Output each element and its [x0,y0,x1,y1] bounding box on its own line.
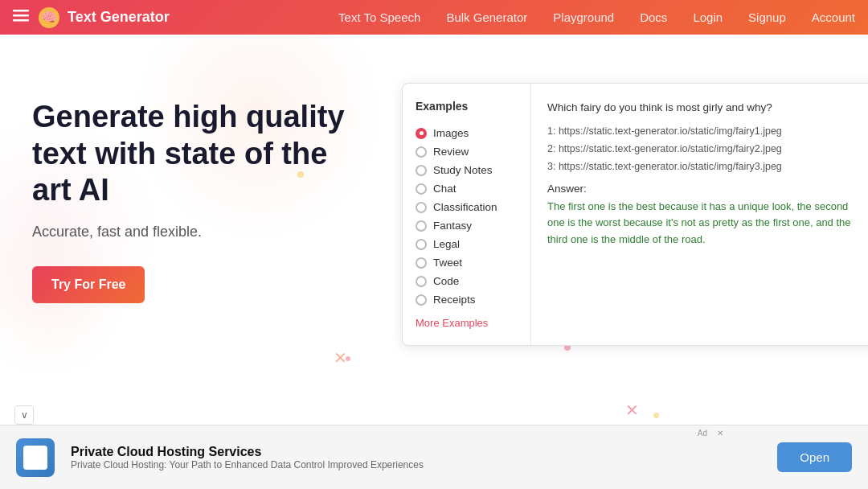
ad-logo [16,438,55,477]
hero-section: ✕ ✕ Generate high quality text with stat… [0,35,868,429]
nav-playground[interactable]: Playground [553,10,614,24]
nav-signup[interactable]: Signup [748,10,786,24]
examples-section-title: Examples [416,100,518,113]
navbar-links: Text To Speech Bulk Generator Playground… [338,10,855,24]
example-item-images[interactable]: Images [416,124,518,142]
examples-content-area: Which fairy do you think is most girly a… [531,84,868,345]
try-for-free-button[interactable]: Try For Free [32,266,145,303]
radio-code [416,276,427,287]
brain-icon: 🧠 [37,6,61,30]
example-item-receipts[interactable]: Receipts [416,290,518,309]
ad-open-button[interactable]: Open [777,442,852,472]
nav-docs[interactable]: Docs [640,10,667,24]
nav-account[interactable]: Account [812,10,855,24]
svg-rect-1 [13,14,29,17]
hero-title: Generate high quality text with state of… [32,99,370,209]
svg-rect-2 [13,19,29,22]
ad-content: Private Cloud Hosting Services Private C… [16,438,852,477]
examples-sidebar: Examples Images Review Study Notes Chat [403,84,531,345]
navbar: 🧠 Text Generator Text To Speech Bulk Gen… [0,0,868,35]
ad-text-area: Private Cloud Hosting Services Private C… [71,445,761,471]
example-item-classification[interactable]: Classification [416,198,518,216]
svg-rect-0 [13,10,29,12]
radio-legal [416,239,427,250]
hero-subtitle: Accurate, fast and flexible. [32,224,370,240]
radio-chat [416,183,427,195]
hero-content: Generate high quality text with state of… [32,83,836,346]
examples-card: Examples Images Review Study Notes Chat [402,83,868,346]
example-item-chat[interactable]: Chat [416,179,518,198]
ad-banner: Ad ✕ Private Cloud Hosting Services Priv… [0,425,868,489]
radio-receipts [416,294,427,306]
examples-answer-text: The first one is the best because it has… [547,199,867,249]
radio-images [416,128,427,139]
radio-study-notes [416,165,427,176]
hero-left: Generate high quality text with state of… [32,83,370,303]
nav-bulk-generator[interactable]: Bulk Generator [446,10,527,24]
example-item-tweet[interactable]: Tweet [416,253,518,272]
examples-url-2: 2: https://static.text-generator.io/stat… [547,142,867,157]
ad-title: Private Cloud Hosting Services [71,445,761,459]
svg-text:🧠: 🧠 [41,10,57,25]
example-item-fantasy[interactable]: Fantasy [416,216,518,235]
radio-classification [416,202,427,213]
more-examples-link[interactable]: More Examples [416,317,518,329]
examples-url-3: 3: https://static.text-generator.io/stat… [547,159,867,175]
radio-review [416,146,427,158]
examples-answer-label: Answer: [547,183,867,195]
example-item-code[interactable]: Code [416,272,518,290]
ad-close-button[interactable]: ✕ [717,429,723,438]
examples-question: Which fairy do you think is most girly a… [547,100,867,116]
example-item-legal[interactable]: Legal [416,235,518,253]
nav-login[interactable]: Login [693,10,723,24]
hamburger-icon[interactable] [13,7,29,27]
brand-logo[interactable]: 🧠 Text Generator [37,6,170,30]
ad-subtitle: Private Cloud Hosting: Your Path to Enha… [71,459,761,471]
scroll-down-button[interactable]: ∨ [14,405,34,425]
example-item-study-notes[interactable]: Study Notes [416,161,518,179]
nav-text-to-speech[interactable]: Text To Speech [338,10,420,24]
ad-label: Ad [698,429,707,438]
example-item-review[interactable]: Review [416,142,518,161]
radio-tweet [416,257,427,269]
examples-url-1: 1: https://static.text-generator.io/stat… [547,124,867,139]
radio-fantasy [416,220,427,232]
